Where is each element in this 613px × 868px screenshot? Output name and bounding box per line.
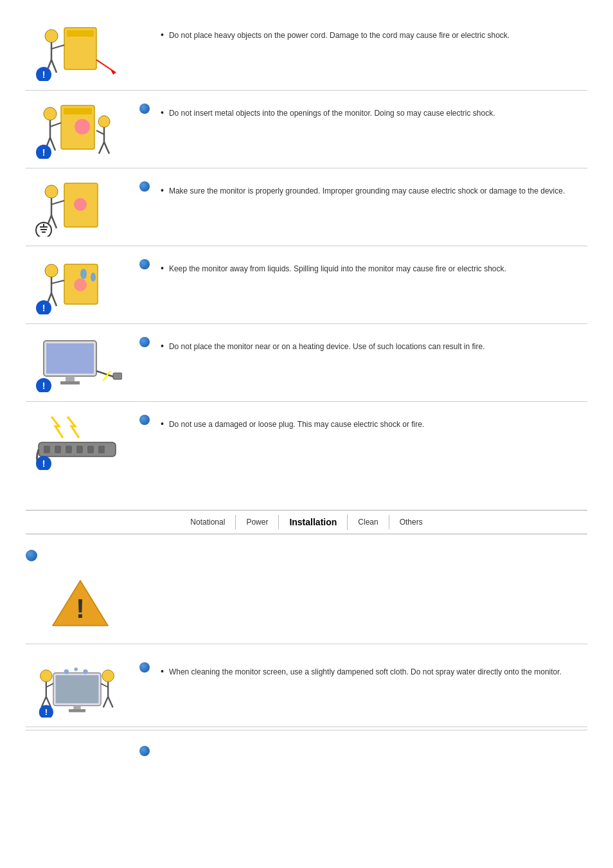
svg-rect-59 xyxy=(55,446,61,453)
nav-item-notational[interactable]: Notational xyxy=(180,515,236,529)
svg-text:!: ! xyxy=(42,69,46,80)
svg-point-44 xyxy=(80,269,87,279)
illustration-bottom-1: ! xyxy=(32,661,122,718)
illustration-area-2: ! xyxy=(26,102,129,159)
illustration-bottom-2 xyxy=(32,745,122,801)
illustration-6: ! xyxy=(32,413,122,470)
blue-dot-bottom-1 xyxy=(139,662,150,673)
bullet-item-5: Do not place the monitor near or on a he… xyxy=(161,341,587,352)
svg-rect-51 xyxy=(66,376,75,381)
safety-rows-upper: ! Do not place heavy objects on the powe… xyxy=(26,13,587,479)
illustration-3 xyxy=(32,180,122,237)
icon-col-6 xyxy=(135,413,154,429)
safety-row-3: Make sure the monitor is properly ground… xyxy=(26,168,587,246)
svg-text:!: ! xyxy=(42,381,46,391)
svg-point-39 xyxy=(45,264,58,277)
bullet-item-2: Do not insert metal objects into the ope… xyxy=(161,107,587,119)
svg-rect-71 xyxy=(69,709,85,712)
svg-line-31 xyxy=(51,215,57,228)
svg-point-77 xyxy=(102,670,114,682)
svg-line-43 xyxy=(51,293,57,306)
safety-row-bottom-2 xyxy=(26,733,587,810)
svg-point-18 xyxy=(98,116,110,127)
svg-rect-52 xyxy=(60,381,80,384)
section-below-nav: ! xyxy=(26,542,587,810)
svg-line-7 xyxy=(96,60,116,73)
svg-point-13 xyxy=(44,107,57,120)
text-area-4: Keep the monitor away from liquids. Spil… xyxy=(161,258,587,275)
svg-point-32 xyxy=(74,198,87,211)
bullet-text-1: Do not place heavy objects on the power … xyxy=(169,30,510,41)
svg-text:!: ! xyxy=(42,147,46,158)
section-blue-dot xyxy=(26,550,37,561)
icon-col-5 xyxy=(135,336,154,351)
bullet-item-bottom-1: When cleaning the monitor screen, use a … xyxy=(161,666,587,678)
illustration-area-5: ! xyxy=(26,336,129,392)
svg-line-22 xyxy=(104,142,109,154)
svg-line-4 xyxy=(51,45,64,49)
svg-rect-63 xyxy=(98,446,105,453)
nav-item-installation[interactable]: Installation xyxy=(279,514,348,530)
svg-rect-54 xyxy=(113,373,122,379)
blue-dot-5 xyxy=(139,337,150,347)
bullet-text-6: Do not use a damaged or loose plug. This… xyxy=(169,419,424,430)
icon-col-bottom-2 xyxy=(135,745,154,760)
svg-point-27 xyxy=(45,185,58,198)
text-area-6: Do not use a damaged or loose plug. This… xyxy=(161,413,587,430)
icon-col-4 xyxy=(135,258,154,273)
blue-dot-6 xyxy=(139,415,150,425)
illustration-area-6: ! xyxy=(26,413,129,470)
svg-rect-12 xyxy=(64,108,92,114)
svg-point-83 xyxy=(74,667,78,671)
svg-rect-70 xyxy=(73,705,80,709)
svg-point-82 xyxy=(64,669,69,674)
illustration-5: ! xyxy=(32,336,122,392)
svg-rect-62 xyxy=(87,446,94,453)
svg-line-81 xyxy=(108,697,112,708)
svg-point-23 xyxy=(75,119,90,134)
icon-col-1 xyxy=(135,24,154,26)
svg-line-20 xyxy=(96,131,104,134)
bullet-text-4: Keep the monitor away from liquids. Spil… xyxy=(169,263,506,275)
svg-point-46 xyxy=(74,278,87,291)
navigation-bar: Notational Power Installation Clean Othe… xyxy=(26,510,587,534)
svg-line-80 xyxy=(103,697,108,708)
bullet-item-4: Keep the monitor away from liquids. Spil… xyxy=(161,263,587,275)
illustration-2: ! xyxy=(32,102,122,159)
icon-col-3 xyxy=(135,180,154,195)
illustration-area-bottom-2 xyxy=(26,745,129,801)
text-area-1: Do not place heavy objects on the power … xyxy=(161,24,587,41)
svg-text:!: ! xyxy=(42,458,46,469)
bullet-item-1: Do not place heavy objects on the power … xyxy=(161,30,587,41)
text-area-bottom-1: When cleaning the monitor screen, use a … xyxy=(161,661,587,678)
icon-col-2 xyxy=(135,102,154,118)
svg-line-74 xyxy=(46,683,53,687)
svg-line-79 xyxy=(101,683,108,687)
blue-dot-3 xyxy=(139,181,150,192)
safety-row-5: ! Do not place the monitor near or on a … xyxy=(26,324,587,402)
illustration-area-bottom-1: ! xyxy=(26,661,129,718)
icon-col-bottom-1 xyxy=(135,661,154,676)
warning-triangle-svg: ! xyxy=(51,578,109,628)
svg-rect-61 xyxy=(76,446,83,453)
bullet-text-bottom-1: When cleaning the monitor screen, use a … xyxy=(169,666,562,678)
nav-item-others[interactable]: Others xyxy=(389,515,433,529)
svg-line-15 xyxy=(50,123,61,127)
bullet-item-3: Make sure the monitor is properly ground… xyxy=(161,185,587,197)
svg-line-21 xyxy=(99,142,104,154)
bullet-item-6: Do not use a damaged or loose plug. This… xyxy=(161,419,587,430)
svg-point-45 xyxy=(91,273,96,282)
divider-bottom-2 xyxy=(26,730,587,730)
blue-dot-2 xyxy=(139,104,150,114)
svg-rect-50 xyxy=(46,343,94,374)
safety-row-2: ! Do not insert metal objects into the o… xyxy=(26,91,587,168)
spacer xyxy=(26,479,587,498)
svg-line-41 xyxy=(51,280,64,284)
text-area-2: Do not insert metal objects into the ope… xyxy=(161,102,587,119)
svg-rect-69 xyxy=(56,675,99,703)
nav-item-power[interactable]: Power xyxy=(236,515,279,529)
page-container: ! Do not place heavy objects on the powe… xyxy=(0,0,613,823)
svg-text:!: ! xyxy=(76,593,85,624)
nav-item-clean[interactable]: Clean xyxy=(348,515,389,529)
text-area-3: Make sure the monitor is properly ground… xyxy=(161,180,587,197)
